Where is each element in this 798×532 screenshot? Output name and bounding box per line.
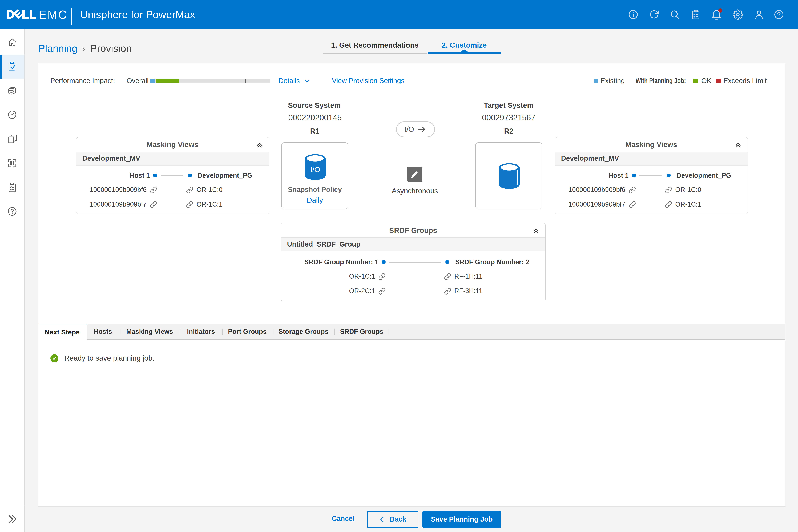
- svg-text:I/O: I/O: [310, 166, 320, 174]
